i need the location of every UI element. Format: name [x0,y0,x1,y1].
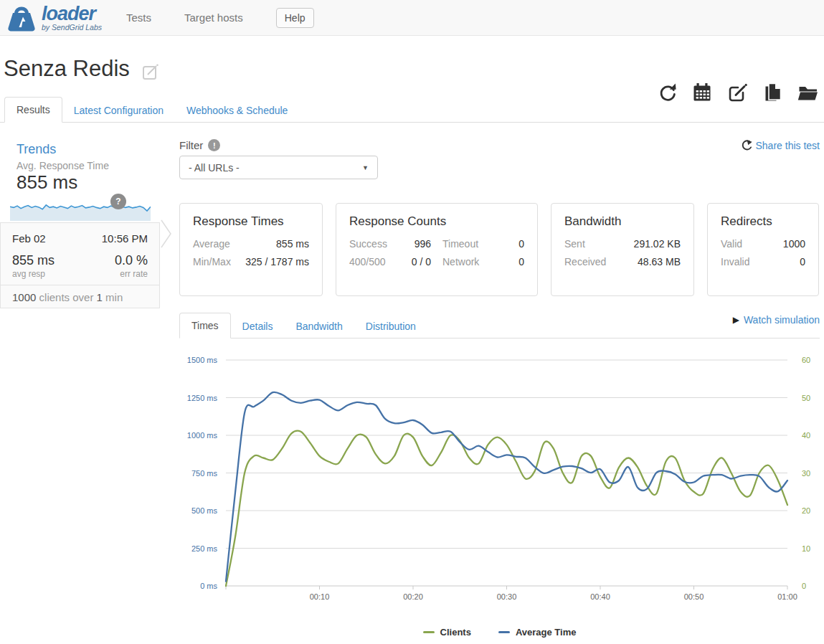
url-filter-selected: - All URLs - [189,162,240,174]
run-date: Feb 02 [12,232,46,245]
svg-text:500 ms: 500 ms [191,506,218,515]
run-err-caption: err rate [120,269,148,279]
rename-test-icon[interactable] [142,63,159,83]
svg-text:0 ms: 0 ms [200,582,217,590]
loader-results-page: loader by SendGrid Labs Tests Target hos… [0,0,824,644]
help-button[interactable]: Help [276,8,314,28]
trends-metric-value: 855 ms [16,171,160,193]
svg-text:00:30: 00:30 [497,592,517,601]
tab-latest-configuration[interactable]: Latest Configuration [62,98,175,123]
tab-webhooks-schedule[interactable]: Webhooks & Schedule [175,98,299,123]
run-err-value: 0.0 % [115,253,148,268]
svg-text:50: 50 [802,394,810,402]
filter-info-badge-icon[interactable]: ! [208,139,220,151]
svg-text:00:40: 00:40 [590,592,610,601]
svg-text:10: 10 [802,544,810,553]
legend-item-clients[interactable]: Clients [423,627,471,638]
brand-subtitle: by SendGrid Labs [42,23,102,32]
share-icon [741,140,752,151]
legend-item-average-time[interactable]: Average Time [498,627,577,638]
summary-cards: Response Times Average855 ms Min/Max325 … [179,203,819,296]
times-chart[interactable]: 0 ms0250 ms10500 ms20750 ms301000 ms4012… [179,349,820,605]
svg-text:30: 30 [802,469,810,478]
filter-label: Filter ! [179,139,220,151]
card-title: Response Times [193,214,309,229]
redirects-card: Redirects Valid1000 Invalid0 [707,203,819,296]
trends-heading[interactable]: Trends [16,142,160,157]
trends-sidebar: Trends Avg. Response Time 855 ms ? Feb 0… [0,133,160,320]
selected-run-chevron-icon [160,218,173,252]
tab-results[interactable]: Results [4,97,62,123]
response-counts-card: Response Counts Success996 Timeout0 400/… [336,203,538,296]
question-badge-icon[interactable]: ? [110,194,126,209]
clients-swatch [423,631,435,633]
url-filter-select[interactable]: - All URLs - ▼ [179,156,378,179]
response-times-card: Response Times Average855 ms Min/Max325 … [179,203,323,296]
chart-legend: Clients Average Time [179,627,820,638]
play-icon: ▶ [733,315,739,325]
chart-tab-details[interactable]: Details [231,314,285,338]
svg-text:00:50: 00:50 [684,592,704,601]
svg-text:1250 ms: 1250 ms [187,394,218,402]
svg-text:00:20: 00:20 [403,592,423,601]
share-test-link[interactable]: Share this test [741,140,820,151]
top-navbar: loader by SendGrid Labs Tests Target hos… [0,0,824,36]
nav-item-tests[interactable]: Tests [126,11,151,24]
svg-text:1000 ms: 1000 ms [187,431,218,440]
nav-item-target-hosts[interactable]: Target hosts [184,11,243,24]
run-time: 10:56 PM [102,232,148,245]
svg-text:750 ms: 750 ms [191,469,218,478]
chart-tab-bar: Times Details Bandwidth Distribution [179,311,820,338]
svg-text:250 ms: 250 ms [191,544,218,553]
run-avg-value: 855 ms [12,253,55,268]
loader-logo[interactable]: loader by SendGrid Labs [6,3,126,33]
chart-tab-bandwidth[interactable]: Bandwidth [284,314,354,338]
test-run-entry[interactable]: Feb 02 10:56 PM 855 ms 0.0 % avg resp er… [0,222,160,308]
main-tab-bar: Results Latest Configuration Webhooks & … [0,95,824,123]
card-title: Redirects [721,214,805,229]
trends-metric-label: Avg. Response Time [16,160,160,171]
caret-down-icon: ▼ [362,164,369,171]
svg-text:01:00: 01:00 [777,592,797,601]
results-main: Filter ! - All URLs - ▼ Share this test … [179,133,820,644]
run-summary: 1000 clients over 1 min [1,285,159,303]
watch-simulation-link[interactable]: ▶ Watch simulation [733,314,820,326]
chart-tab-times[interactable]: Times [179,313,231,338]
page-title: Senza Redis [4,56,130,82]
svg-text:00:10: 00:10 [310,592,330,601]
svg-text:20: 20 [802,506,810,515]
card-title: Response Counts [349,214,524,229]
brand-name: loader [42,4,102,23]
svg-text:0: 0 [802,582,806,590]
svg-text:1500 ms: 1500 ms [187,356,218,364]
trends-sparkline [10,199,151,221]
card-title: Bandwidth [564,214,681,229]
run-avg-caption: avg resp [12,269,45,279]
average-time-swatch [498,631,510,633]
svg-text:40: 40 [802,431,810,440]
loader-weight-icon [6,3,37,33]
svg-text:60: 60 [802,356,810,364]
bandwidth-card: Bandwidth Sent291.02 KB Received48.63 MB [551,203,694,296]
chart-tab-distribution[interactable]: Distribution [354,314,427,338]
